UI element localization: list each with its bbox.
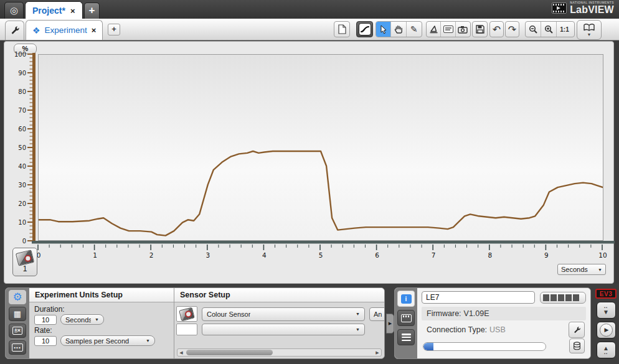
redo-button[interactable]: ↷ <box>505 21 519 37</box>
annotate-tool-button[interactable]: ✎ <box>407 22 422 37</box>
setup-tab-calculation[interactable]: ±× <box>9 324 26 338</box>
new-page-button[interactable] <box>334 21 350 37</box>
zoom-in-button[interactable] <box>541 22 557 37</box>
save-button[interactable] <box>472 21 488 37</box>
zoom-in-icon <box>544 25 554 34</box>
svg-text:5: 5 <box>319 251 323 259</box>
brick-name-input[interactable] <box>422 291 535 304</box>
device-tab-list[interactable] <box>397 329 415 345</box>
sensor-setup-title: Sensor Setup <box>174 288 384 302</box>
chevron-down-icon: ▼ <box>95 317 99 322</box>
scrollbar-thumb[interactable] <box>186 350 273 355</box>
sensor-setup-scrollbar[interactable]: ◀ ▶ <box>177 348 382 357</box>
svg-text:20: 20 <box>18 200 26 207</box>
connection-settings-button[interactable] <box>569 322 585 338</box>
title-bar: ◎ Project* × + NATIONAL INSTRUMENTS LabV… <box>0 0 619 19</box>
chevron-down-icon: ▼ <box>146 338 150 343</box>
setup-view-tabs: ⚙ ▦ ±× ••• <box>6 288 29 358</box>
zoom-group: 1:1 <box>525 21 575 37</box>
scroll-left-icon[interactable]: ◀ <box>177 350 185 355</box>
firmware-row: Firmware: V1.09E <box>422 307 586 320</box>
collapse-arrow-icon: ▶ <box>389 321 392 326</box>
zoom-reset-button[interactable]: 1:1 <box>557 22 572 37</box>
run-button[interactable]: ▶ <box>597 322 616 338</box>
battery-segment <box>565 294 572 301</box>
duration-unit-dropdown[interactable]: Seconds ▼ <box>60 314 104 325</box>
experiment-units-title: Experiment Units Setup <box>29 288 174 302</box>
close-icon[interactable]: × <box>92 26 97 34</box>
comment-icon <box>443 26 453 33</box>
project-home-tab[interactable]: ◎ <box>4 2 24 19</box>
plot-area[interactable] <box>38 54 603 241</box>
memory-browser-button[interactable] <box>569 338 585 353</box>
svg-text:100: 100 <box>14 51 26 58</box>
sensor-slot-button[interactable]: 1 <box>12 248 37 276</box>
duration-label: Duration: <box>34 305 169 314</box>
help-panel-button[interactable]: ▼ <box>577 20 602 40</box>
duration-input[interactable] <box>34 315 57 325</box>
new-project-tab-button[interactable]: + <box>84 2 100 19</box>
analysis-tool-button[interactable] <box>427 22 441 37</box>
bottom-configuration-area: ⚙ ▦ ±× ••• Experiment Units Setup Durati… <box>0 284 619 364</box>
colour-sensor-icon <box>16 250 34 266</box>
setup-tab-values[interactable]: ••• <box>9 340 26 355</box>
svg-text:8: 8 <box>488 251 492 259</box>
rate-input[interactable] <box>34 336 57 346</box>
grid-icon: ▦ <box>14 310 21 318</box>
device-tab-ports[interactable] <box>397 310 415 326</box>
project-icon: ◎ <box>10 5 18 16</box>
svg-text:60: 60 <box>18 126 26 133</box>
wrench-icon <box>10 26 20 35</box>
svg-text:9: 9 <box>544 251 549 259</box>
new-document-tab-button[interactable]: + <box>108 24 120 35</box>
svg-text:0: 0 <box>22 238 26 245</box>
tools-tab[interactable] <box>5 21 24 40</box>
scroll-right-icon[interactable]: ▶ <box>374 350 381 355</box>
svg-text:4: 4 <box>262 251 267 259</box>
snapshot-tool-button[interactable] <box>456 22 470 37</box>
device-panel: i Firmware: V1.09E Connection Type: USB <box>394 287 591 359</box>
experiment-icon: ❖ <box>32 26 40 35</box>
close-icon[interactable]: × <box>70 7 75 15</box>
pan-tool-button[interactable] <box>391 22 406 37</box>
device-tab-info[interactable]: i <box>397 291 415 307</box>
sensor-mode-button[interactable]: An <box>369 307 384 321</box>
svg-text:6: 6 <box>375 251 379 259</box>
empty-sensor-dropdown[interactable]: ▼ <box>202 324 365 335</box>
storage-row <box>422 340 586 353</box>
sensor-type-dropdown[interactable]: Colour Sensor ▼ <box>202 307 365 321</box>
undo-icon: ↶ <box>493 24 501 35</box>
undo-button[interactable]: ↶ <box>489 21 504 37</box>
battery-indicator <box>540 292 586 304</box>
book-icon <box>583 23 595 32</box>
connection-value: USB <box>489 325 506 334</box>
time-unit-dropdown[interactable]: Seconds ▼ <box>557 264 606 275</box>
plus-icon: + <box>89 4 95 16</box>
info-icon: i <box>401 294 412 304</box>
tab-experiment[interactable]: ❖ Experiment × <box>26 20 103 40</box>
memory-icon <box>573 342 581 350</box>
panel-collapse-handle[interactable]: ▶ <box>386 314 394 334</box>
duration-unit-value: Seconds <box>65 316 91 324</box>
upload-arrow-icon: ▲ <box>603 345 609 352</box>
cursor-tool-button[interactable] <box>376 22 391 37</box>
setup-tab-configuration[interactable]: ⚙ <box>9 290 26 304</box>
svg-text:10: 10 <box>18 219 26 226</box>
rate-unit-dropdown[interactable]: Samples per Second ▼ <box>60 335 155 346</box>
download-arrow-icon: ▼ <box>603 309 609 315</box>
battery-segment <box>550 294 557 301</box>
tab-project[interactable]: Project* × <box>25 1 83 19</box>
device-info-body: Firmware: V1.09E Connection Type: USB <box>417 288 590 358</box>
setup-tab-table[interactable]: ▦ <box>9 307 26 321</box>
zoom-out-button[interactable] <box>526 22 541 37</box>
svg-text:2: 2 <box>149 251 154 259</box>
setup-panel: ⚙ ▦ ±× ••• Experiment Units Setup Durati… <box>5 287 385 359</box>
storage-meter <box>423 342 546 351</box>
download-button[interactable]: •• ▼ <box>597 302 616 319</box>
signal-probe-button[interactable] <box>356 21 373 37</box>
upload-button[interactable]: ▲ •• <box>597 342 616 358</box>
comment-tool-button[interactable] <box>441 22 455 37</box>
chevron-down-icon: ▼ <box>598 268 602 272</box>
ev3-logo: EV3 <box>595 289 617 299</box>
svg-text:3: 3 <box>206 251 210 259</box>
